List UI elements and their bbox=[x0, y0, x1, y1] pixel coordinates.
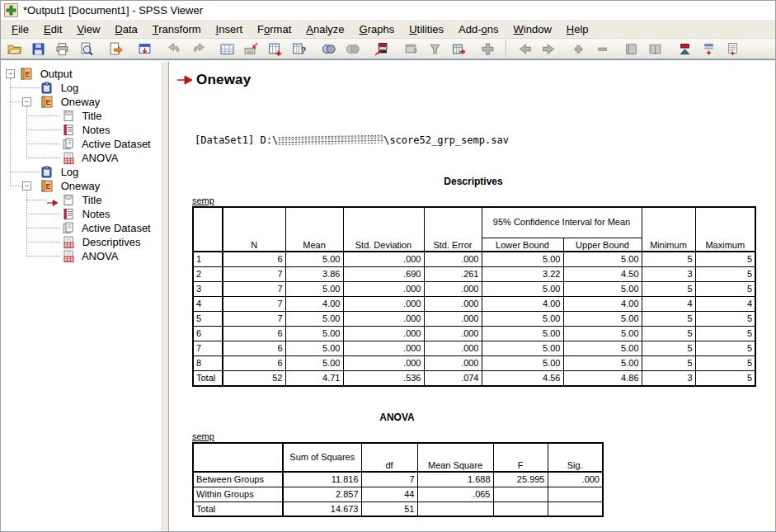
demote-button[interactable] bbox=[539, 40, 559, 58]
cell: .000 bbox=[424, 326, 482, 341]
column-header: Upper Bound bbox=[563, 238, 642, 252]
menu-insert[interactable]: Insert bbox=[209, 21, 251, 37]
menu-window[interactable]: Window bbox=[506, 21, 559, 37]
sidebar-item-label: Oneway bbox=[61, 96, 101, 108]
insert-title-button[interactable] bbox=[698, 40, 718, 58]
sidebar-item-anova[interactable]: ANOVA bbox=[1, 249, 162, 263]
variables-button[interactable] bbox=[266, 40, 285, 58]
cell: 25.995 bbox=[493, 472, 548, 487]
expand-button[interactable] bbox=[568, 40, 588, 58]
cell: 3.86 bbox=[285, 266, 343, 281]
menu-analyze[interactable]: Analyze bbox=[299, 21, 351, 37]
replace-button[interactable] bbox=[342, 40, 362, 58]
sidebar-item-label: ANOVA bbox=[82, 152, 119, 164]
sidebar-item-notes[interactable]: Notes bbox=[1, 123, 162, 137]
redo-button[interactable] bbox=[188, 40, 208, 58]
cell: 7 bbox=[361, 472, 417, 487]
descriptives-table-caption: semp bbox=[192, 195, 755, 205]
collapse-button[interactable] bbox=[592, 40, 612, 58]
title-bar: *Output1 [Document1] - SPSS Viewer bbox=[1, 1, 775, 21]
show-filter-button[interactable] bbox=[425, 40, 444, 58]
descriptives-table[interactable]: N Mean Std. Deviation Std. Error 95% Con… bbox=[192, 206, 756, 387]
output-book-icon: E bbox=[20, 68, 33, 80]
column-header: Lower Bound bbox=[482, 238, 563, 252]
variable-info-button[interactable]: ? bbox=[289, 40, 309, 58]
cell: .000 bbox=[343, 296, 424, 311]
sidebar-item-log[interactable]: Log bbox=[1, 81, 162, 95]
table-row: 3 7 5.00 .000 .000 5.00 5.00 5 5 bbox=[193, 281, 755, 296]
find-button[interactable] bbox=[318, 40, 338, 58]
cell: 6 bbox=[223, 252, 285, 266]
cell bbox=[548, 487, 603, 501]
sidebar-item-notes[interactable]: Notes bbox=[1, 207, 162, 221]
cell: 7 bbox=[223, 266, 285, 281]
sidebar-item-label: Descriptives bbox=[82, 236, 141, 248]
redacted-path-scribble bbox=[278, 134, 383, 146]
cell: 5 bbox=[695, 370, 755, 386]
dataset-path-line: [DataSet1] D:\\score52_grp_semp.sav bbox=[195, 134, 509, 146]
cell: 5 bbox=[642, 311, 695, 326]
designate-window-button[interactable] bbox=[401, 40, 421, 58]
open-button[interactable] bbox=[5, 40, 25, 58]
menu-graphs[interactable]: Graphs bbox=[352, 21, 402, 37]
cell: .000 bbox=[424, 341, 482, 355]
cell: 5 bbox=[642, 281, 695, 296]
save-button[interactable] bbox=[29, 40, 49, 58]
print-preview-button[interactable] bbox=[77, 40, 96, 58]
sidebar-item-oneway[interactable]: − E Oneway bbox=[1, 95, 162, 109]
anova-table[interactable]: Sum of Squares df Mean Square F Sig. Bet… bbox=[192, 442, 604, 517]
menu-format[interactable]: Format bbox=[250, 21, 299, 37]
sidebar-item-title-current[interactable]: Title bbox=[1, 193, 162, 207]
pane-splitter[interactable] bbox=[162, 62, 169, 531]
menu-help[interactable]: Help bbox=[559, 21, 596, 37]
svg-text:?: ? bbox=[301, 45, 306, 54]
cell: 5.00 bbox=[482, 355, 563, 370]
notes-page-icon bbox=[62, 208, 75, 220]
output-heading: Oneway bbox=[196, 72, 251, 88]
sidebar-item-output[interactable]: − E Output bbox=[1, 67, 162, 81]
sidebar-item-oneway[interactable]: − E Oneway bbox=[1, 179, 162, 193]
cell: 4.00 bbox=[482, 296, 563, 311]
sidebar-item-descriptives[interactable]: Descriptives bbox=[1, 235, 162, 249]
menu-view[interactable]: View bbox=[69, 21, 107, 37]
sidebar-item-active-dataset[interactable]: Active Dataset bbox=[1, 221, 162, 235]
cell: 5.00 bbox=[482, 281, 563, 296]
cell: 5.00 bbox=[563, 355, 642, 370]
recall-dialogs-button[interactable] bbox=[135, 40, 155, 58]
select-last-output-button[interactable] bbox=[478, 40, 498, 58]
menu-utilities[interactable]: Utilities bbox=[402, 21, 451, 37]
sidebar-item-anova[interactable]: ANOVA bbox=[1, 151, 162, 165]
hide-button[interactable] bbox=[646, 40, 665, 58]
export-output-button[interactable] bbox=[106, 40, 125, 58]
goto-table-button[interactable] bbox=[449, 40, 468, 58]
print-button[interactable] bbox=[53, 40, 73, 58]
promote-button[interactable] bbox=[515, 40, 535, 58]
dataset-page-icon bbox=[62, 222, 75, 234]
menu-file[interactable]: File bbox=[4, 21, 36, 37]
sidebar-item-active-dataset[interactable]: Active Dataset bbox=[1, 137, 162, 151]
use-sets-button[interactable] bbox=[372, 40, 392, 58]
menu-data[interactable]: Data bbox=[107, 21, 144, 37]
insert-heading-button[interactable] bbox=[675, 40, 694, 58]
sidebar-item-title[interactable]: Title bbox=[1, 109, 162, 123]
cell: 5.00 bbox=[482, 252, 563, 266]
cell: 5.00 bbox=[563, 326, 642, 341]
sidebar-item-log[interactable]: Log bbox=[1, 165, 162, 179]
show-button[interactable] bbox=[622, 40, 642, 58]
column-header: Std. Error bbox=[424, 207, 482, 252]
table-row: Total 52 4.71 .536 .074 4.56 4.86 3 5 bbox=[193, 370, 755, 386]
table-row: 8 6 5.00 .000 .000 5.00 5.00 5 5 bbox=[193, 355, 755, 370]
menu-addons[interactable]: Add-ons bbox=[451, 21, 506, 37]
goto-case-button[interactable] bbox=[242, 40, 261, 58]
goto-data-button[interactable] bbox=[218, 40, 238, 58]
row-label: 2 bbox=[193, 266, 223, 281]
title-page-icon bbox=[62, 194, 75, 206]
cell: 4.50 bbox=[563, 266, 642, 281]
menu-transform[interactable]: Transform bbox=[145, 21, 209, 37]
menu-edit[interactable]: Edit bbox=[36, 21, 69, 37]
insert-text-button[interactable] bbox=[722, 40, 742, 58]
collapse-expander-icon[interactable]: − bbox=[6, 69, 15, 78]
collapse-expander-icon[interactable]: − bbox=[22, 181, 31, 191]
collapse-expander-icon[interactable]: − bbox=[22, 97, 31, 106]
undo-button[interactable] bbox=[164, 40, 184, 58]
